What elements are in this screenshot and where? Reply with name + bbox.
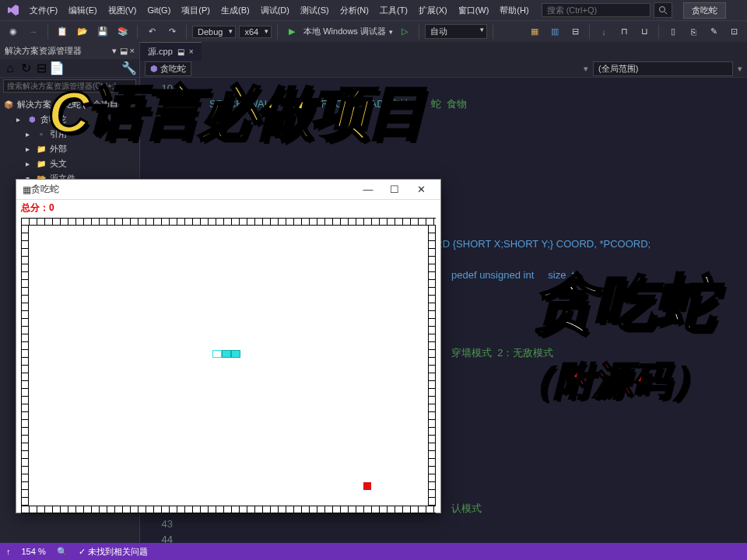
tool-icon-2[interactable]: ▥ <box>546 23 563 40</box>
nav-fwd-icon[interactable]: → <box>25 23 42 40</box>
food <box>363 482 371 490</box>
game-window: ▦ 贪吃蛇 — ☐ ✕ 总分：0 <box>16 179 441 513</box>
menu-test[interactable]: 测试(S) <box>296 3 334 18</box>
run-button[interactable]: ▶ <box>283 23 300 40</box>
menu-view[interactable]: 视图(V) <box>103 3 142 18</box>
menu-window[interactable]: 窗口(W) <box>454 3 494 18</box>
file-tab[interactable]: 源.cpp ⬓ × <box>140 42 202 61</box>
tool-icon-1[interactable]: ▦ <box>526 23 543 40</box>
game-icon: ▦ <box>23 184 31 195</box>
menu-project[interactable]: 项目(P) <box>177 3 215 18</box>
menu-help[interactable]: 帮助(H) <box>495 3 533 18</box>
headers-folder[interactable]: ▸📁头文 <box>0 156 139 171</box>
tool-icon-4[interactable]: ↓ <box>595 23 612 40</box>
tab-close-icon[interactable]: × <box>189 47 194 56</box>
tool-icon-8[interactable]: ⎘ <box>685 23 702 40</box>
project-name-label: 贪吃蛇 <box>683 2 726 19</box>
sync-icon[interactable]: ↻ <box>19 61 33 75</box>
menu-extensions[interactable]: 扩展(X) <box>414 3 452 18</box>
menu-file[interactable]: 文件(F) <box>25 3 62 18</box>
svg-point-0 <box>659 7 665 12</box>
menu-tools[interactable]: 工具(T) <box>375 3 412 18</box>
save-all-icon[interactable]: 📚 <box>114 23 132 40</box>
run-nodebu-icon[interactable]: ▷ <box>396 23 413 40</box>
svg-line-1 <box>665 12 667 14</box>
run-label[interactable]: 本地 Windows 调试器 <box>303 26 386 37</box>
close-button[interactable]: ✕ <box>408 180 434 199</box>
home-icon[interactable]: ⌂ <box>3 61 17 75</box>
snake-body <box>222 350 231 358</box>
config-select[interactable]: Debug <box>192 26 236 38</box>
auto-select[interactable]: 自动 <box>425 24 487 39</box>
menu-git[interactable]: Git(G) <box>142 4 175 16</box>
wall-bottom <box>21 506 436 513</box>
show-all-icon[interactable]: 📄 <box>50 61 64 75</box>
tool-icon-7[interactable]: ▯ <box>665 23 682 40</box>
new-item-icon[interactable]: 📋 <box>54 23 71 40</box>
score-display: 总分：0 <box>16 200 440 216</box>
menu-build[interactable]: 生成(B) <box>216 3 254 18</box>
zoom-icon[interactable]: 🔍 <box>57 547 68 557</box>
search-input[interactable] <box>542 3 651 17</box>
open-icon[interactable]: 📂 <box>74 23 91 40</box>
main-toolbar: ◉ → 📋 📂 💾 📚 ↶ ↷ Debug x64 ▶ 本地 Windows 调… <box>0 20 747 42</box>
tab-pin-icon[interactable]: ⬓ <box>177 47 184 56</box>
tool-icon-10[interactable]: ⊡ <box>725 23 742 40</box>
wall-top <box>21 218 436 226</box>
vs-logo-icon <box>6 3 20 17</box>
snake-body <box>231 350 240 358</box>
panel-pin-icon[interactable]: ▾ ⬓ × <box>112 46 135 56</box>
overlay-title-1: C语言必做项目 <box>48 75 424 152</box>
nav-scope-select[interactable]: (全局范围) <box>593 61 733 76</box>
redo-icon[interactable]: ↷ <box>163 23 181 40</box>
collapse-icon[interactable]: ⊟ <box>34 61 48 75</box>
save-icon[interactable]: 💾 <box>94 23 111 40</box>
platform-select[interactable]: x64 <box>239 26 272 38</box>
menu-analyze[interactable]: 分析(N) <box>335 3 374 18</box>
overlay-title-2: 贪吃蛇 <box>534 263 716 345</box>
menu-debug[interactable]: 调试(D) <box>256 3 294 18</box>
status-bar: ↑ 154 % 🔍 ✓ 未找到相关问题 <box>0 543 747 560</box>
game-board <box>21 218 436 513</box>
search-button[interactable] <box>654 2 672 18</box>
overlay-title-3: （附源码） <box>515 355 710 407</box>
tool-icon-5[interactable]: ⊓ <box>615 23 633 40</box>
properties-icon[interactable]: 🔧 <box>122 61 136 75</box>
tool-icon-9[interactable]: ✎ <box>705 23 722 40</box>
tool-icon-3[interactable]: ⊟ <box>566 23 584 40</box>
snake-head <box>212 350 222 358</box>
maximize-button[interactable]: ☐ <box>381 180 408 199</box>
minimize-button[interactable]: — <box>355 180 381 199</box>
tab-row: 源.cpp ⬓ × <box>140 42 747 61</box>
panel-title: 解决方案资源管理器 ▾ ⬓ × <box>0 42 139 59</box>
status-up-icon[interactable]: ↑ <box>6 547 11 556</box>
issues-status[interactable]: ✓ 未找到相关问题 <box>79 546 148 558</box>
wall-right <box>428 226 436 506</box>
tool-icon-6[interactable]: ⊔ <box>636 23 653 40</box>
title-bar: 文件(F) 编辑(E) 视图(V) Git(G) 项目(P) 生成(B) 调试(… <box>0 0 747 20</box>
nav-back-icon[interactable]: ◉ <box>5 23 22 40</box>
wall-left <box>21 226 29 506</box>
undo-icon[interactable]: ↶ <box>143 23 160 40</box>
menu-edit[interactable]: 编辑(E) <box>64 3 102 18</box>
game-titlebar: ▦ 贪吃蛇 — ☐ ✕ <box>16 180 440 200</box>
zoom-level[interactable]: 154 % <box>22 547 46 556</box>
game-title-text: 贪吃蛇 <box>31 183 59 196</box>
